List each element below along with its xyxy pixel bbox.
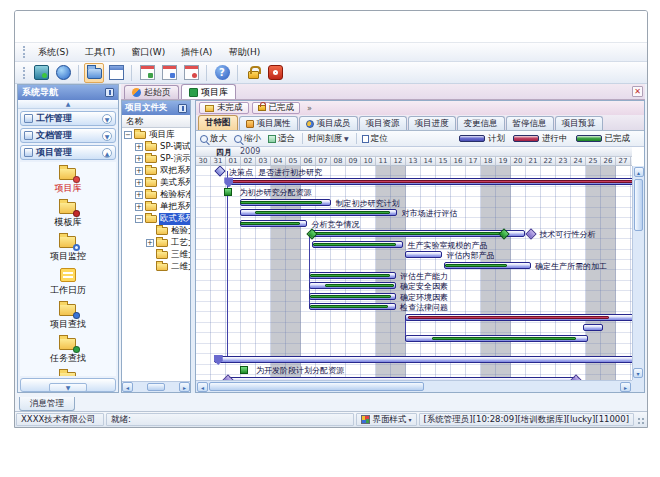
document-tab[interactable]: 项目库	[181, 84, 236, 99]
milestone-square-icon[interactable]	[224, 188, 232, 196]
calendar-edit-button[interactable]	[159, 63, 179, 83]
calendar-close-button[interactable]	[181, 63, 201, 83]
zoom-in-button[interactable]: 放大	[200, 133, 227, 145]
gantt-tab[interactable]: 项目资源	[359, 116, 407, 130]
zoom-out-button[interactable]: 缩小	[234, 133, 261, 145]
pin-icon[interactable]	[178, 104, 187, 113]
expand-icon[interactable]: +	[135, 143, 143, 151]
sidebar-item[interactable]: 项目文档查找	[20, 369, 116, 376]
menu-item[interactable]: 工具(T)	[77, 44, 124, 61]
tree-node[interactable]: +双把系列	[122, 165, 190, 177]
scroll-thumb[interactable]	[209, 382, 424, 391]
scroll-down-icon[interactable]: ▾	[633, 368, 643, 378]
tree-node[interactable]: +检验标准	[122, 189, 190, 201]
sidebar-group-3[interactable]: 项目管理▲	[20, 145, 116, 160]
gantt-tab[interactable]: 项目预算	[555, 116, 603, 130]
menu-item[interactable]: 窗口(W)	[123, 44, 173, 61]
gantt-tab[interactable]: 项目成员	[299, 116, 358, 130]
sidebar-group-2[interactable]: 文档管理▼	[20, 128, 116, 143]
interface-style-button[interactable]: 界面样式 ▾	[356, 413, 417, 426]
gantt-tab[interactable]: 变更信息	[457, 116, 505, 130]
chevron-up-icon[interactable]: ▲	[102, 148, 112, 158]
menu-item[interactable]: 插件(A)	[173, 44, 220, 61]
tree-node[interactable]: +单把系列	[122, 201, 190, 213]
expand-icon[interactable]: +	[146, 239, 154, 247]
lock-button[interactable]	[243, 63, 263, 83]
time-scale-dropdown[interactable]: 时间刻度▼	[308, 133, 349, 145]
help-button[interactable]	[212, 63, 232, 83]
gantt-tab[interactable]: 甘特图	[198, 115, 238, 130]
sidebar-item[interactable]: 项目查找	[20, 301, 116, 331]
task-bar[interactable]	[214, 356, 632, 363]
main-area: 起始页项目库✕ 项目文件夹 名称 −项目库+SP-调试机系+SP-演示机系+双把…	[121, 84, 645, 393]
pin-icon[interactable]	[105, 88, 114, 97]
gantt-tab[interactable]: 项目属性	[239, 116, 298, 130]
locate-button[interactable]: 定位	[362, 133, 388, 145]
sidebar-item[interactable]: 任务查找	[20, 335, 116, 365]
menu-item[interactable]: 系统(S)	[30, 44, 77, 61]
exit-button[interactable]	[265, 63, 285, 83]
sidebar-item[interactable]: 工作日历	[20, 267, 116, 297]
day-cell: 01	[226, 157, 241, 166]
tree-node[interactable]: +SP-调试机系	[122, 141, 190, 153]
sidebar-item[interactable]: 模板库	[20, 199, 116, 229]
task-bar[interactable]	[405, 251, 443, 258]
expand-icon[interactable]: +	[135, 191, 143, 199]
gantt-tab[interactable]: 暂停信息	[506, 116, 554, 130]
gantt-horizontal-scrollbar[interactable]: ◂ ▸	[196, 380, 632, 392]
folder-toolbar-button[interactable]	[84, 63, 104, 83]
tree-node[interactable]: −项目库	[122, 129, 190, 141]
tree-horizontal-scrollbar[interactable]: ◂ ▸	[122, 381, 190, 392]
globe-button[interactable]	[53, 63, 73, 83]
tree-node[interactable]: 三维文件	[122, 249, 190, 261]
gantt-vertical-scrollbar[interactable]: ▴ ▾	[632, 166, 644, 380]
day-cell: 08	[331, 157, 346, 166]
sidebar-scroll-up-button[interactable]: ▲	[18, 100, 118, 109]
expand-icon[interactable]: +	[135, 155, 143, 163]
close-tab-button[interactable]: ✕	[632, 86, 643, 97]
scroll-up-icon[interactable]: ▴	[634, 167, 644, 177]
chevron-down-icon[interactable]: ▼	[102, 114, 112, 124]
document-tab[interactable]: 起始页	[124, 85, 179, 99]
scroll-thumb[interactable]	[634, 179, 643, 231]
milestone-square-icon[interactable]	[240, 366, 248, 374]
expand-icon[interactable]: +	[135, 167, 143, 175]
scroll-left-icon[interactable]: ◂	[122, 382, 133, 392]
scroll-left-icon[interactable]: ◂	[197, 382, 208, 392]
collapse-icon[interactable]: −	[135, 215, 143, 223]
tree-node[interactable]: 检验文件	[122, 225, 190, 237]
message-management-tab[interactable]: 消息管理	[19, 397, 75, 411]
tree-node[interactable]: +美式系列	[122, 177, 190, 189]
sidebar-item[interactable]: 项目库	[20, 165, 116, 195]
tree-node[interactable]: +工艺文件	[122, 237, 190, 249]
gantt-chart[interactable]: 决策点 是否进行初步研究为初步研究分配资源制定初步研究计划对市场进行评估分析竞争…	[196, 166, 632, 380]
tree-node[interactable]: −欧式系列	[122, 213, 190, 225]
expand-icon[interactable]: +	[135, 203, 143, 211]
sidebar-scroll-down-button[interactable]: ▼	[49, 383, 87, 392]
fit-button[interactable]: 适合	[268, 133, 295, 145]
sidebar-collapsed-group[interactable]: ▼	[20, 378, 116, 392]
day-cell: 05	[286, 157, 301, 166]
task-bar[interactable]	[583, 324, 603, 331]
tree-node-label: SP-调试机系	[159, 141, 190, 153]
tree-node[interactable]: 二维文件	[122, 261, 190, 273]
scroll-right-icon[interactable]: ▸	[620, 382, 631, 392]
sidebar-group-1[interactable]: 工作管理▼	[20, 111, 116, 126]
expand-icon[interactable]: +	[135, 179, 143, 187]
remote-desktop-button[interactable]	[31, 63, 51, 83]
legend-label: 计划	[488, 133, 505, 145]
chevron-down-icon[interactable]: ▼	[102, 131, 112, 141]
collapse-icon[interactable]: −	[124, 131, 132, 139]
gantt-tab[interactable]: 项目进度	[408, 116, 456, 130]
sidebar-item[interactable]: 项目监控	[20, 233, 116, 263]
scroll-thumb[interactable]	[147, 383, 165, 391]
menu-item[interactable]: 帮助(H)	[220, 44, 268, 61]
calendar-new-button[interactable]	[137, 63, 157, 83]
scroll-right-icon[interactable]: ▸	[179, 382, 190, 392]
toolbar-overflow-icon[interactable]: »	[307, 104, 312, 113]
tree-node[interactable]: +SP-演示机系	[122, 153, 190, 165]
resize-grip[interactable]	[635, 412, 647, 427]
window-layout-button[interactable]	[106, 63, 126, 83]
finished-filter-button[interactable]: 已完成	[252, 102, 301, 114]
unfinished-filter-button[interactable]: 未完成	[199, 102, 249, 114]
